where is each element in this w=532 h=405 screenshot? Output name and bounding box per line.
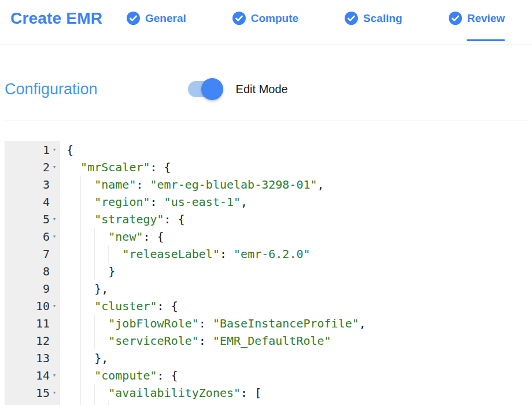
editor-line[interactable]: 6▾ "new": { [5, 228, 527, 245]
editor-line[interactable]: 8 } [5, 263, 527, 280]
tab-scaling-label: Scaling [363, 12, 402, 25]
code-line-text[interactable]: "strategy": { [60, 211, 185, 228]
code-line-text[interactable]: "availabilityZones": [ [60, 384, 261, 402]
line-number: 7 [43, 245, 50, 263]
gutter-cell: 13 [5, 349, 60, 367]
code-line-text[interactable]: }, [60, 349, 108, 367]
line-number: 6 [43, 228, 50, 245]
tab-review-label: Review [467, 12, 505, 25]
check-circle-icon [449, 12, 462, 25]
configuration-section-header: Configuration Edit Mode [0, 78, 532, 101]
section-divider [5, 120, 527, 120]
editor-line[interactable]: 4 "region": "us-east-1", [5, 193, 527, 211]
edit-mode-toggle[interactable] [188, 80, 221, 98]
code-line-text[interactable]: } [60, 263, 115, 280]
editor-line[interactable]: 7 "releaseLabel": "emr-6.2.0" [5, 245, 527, 263]
configuration-title: Configuration [5, 80, 98, 98]
code-line-text[interactable]: "jobFlowRole": "BaseInstanceProfile", [60, 315, 366, 332]
fold-arrow-icon[interactable]: ▾ [50, 384, 59, 402]
code-line-text[interactable]: "mrScaler": { [60, 159, 171, 176]
check-circle-icon [345, 12, 358, 25]
editor-line[interactable]: 16 { [5, 402, 527, 405]
line-number: 13 [36, 349, 50, 367]
active-tab-underline [467, 39, 505, 41]
check-circle-icon [232, 12, 246, 25]
code-line-text[interactable]: { [60, 141, 73, 159]
editor-line[interactable]: 3 "name": "emr-eg-bluelab-3298-01", [5, 176, 527, 193]
tab-review[interactable]: Review [449, 12, 505, 25]
gutter-cell: 9 [5, 280, 60, 297]
fold-arrow-icon[interactable]: ▾ [50, 159, 59, 176]
line-number: 16 [36, 402, 50, 405]
fold-arrow-icon[interactable]: ▾ [50, 367, 59, 384]
editor-line[interactable]: 13 }, [5, 349, 527, 367]
code-line-text[interactable]: "releaseLabel": "emr-6.2.0" [60, 245, 311, 263]
wizard-header: Create EMR General Compute Scaling [0, 0, 532, 45]
tab-scaling[interactable]: Scaling [345, 12, 402, 25]
tab-general[interactable]: General [127, 12, 186, 25]
page-title: Create EMR [10, 9, 127, 28]
line-number: 14 [36, 367, 50, 384]
code-line-text[interactable]: "new": { [60, 228, 164, 245]
line-number: 4 [43, 193, 50, 211]
editor-line[interactable]: 12 "serviceRole": "EMR_DefaultRole" [5, 332, 527, 349]
gutter-cell: 14▾ [5, 367, 60, 384]
tab-compute[interactable]: Compute [232, 12, 298, 25]
code-line-text[interactable]: "cluster": { [60, 297, 178, 315]
code-line-text[interactable]: "name": "emr-eg-bluelab-3298-01", [60, 176, 324, 193]
edit-mode-label: Edit Mode [236, 83, 288, 96]
editor-line[interactable]: 1▾{ [5, 141, 527, 159]
line-number: 10 [36, 297, 50, 315]
editor-line[interactable]: 9 }, [5, 280, 527, 297]
editor-line[interactable]: 14▾ "compute": { [5, 367, 527, 384]
code-line-text[interactable]: { [60, 402, 129, 405]
line-number: 1 [43, 141, 50, 159]
code-line-text[interactable]: "region": "us-east-1", [60, 193, 247, 211]
wizard-steps: General Compute Scaling Review [127, 12, 505, 25]
line-number: 12 [36, 332, 50, 349]
line-number: 8 [43, 263, 50, 280]
gutter-cell: 1▾ [5, 141, 60, 159]
line-number: 5 [43, 211, 50, 228]
gutter-cell: 2▾ [5, 159, 60, 176]
tab-compute-label: Compute [251, 12, 298, 25]
fold-arrow-icon[interactable]: ▾ [50, 297, 59, 315]
editor-line[interactable]: 2▾ "mrScaler": { [5, 159, 527, 176]
line-number: 11 [36, 315, 50, 332]
gutter-cell: 5▾ [5, 211, 60, 228]
gutter-cell: 6▾ [5, 228, 60, 245]
gutter-cell: 10▾ [5, 297, 60, 315]
gutter-cell: 3 [5, 176, 60, 193]
toggle-knob [201, 78, 223, 100]
check-circle-icon [127, 12, 140, 25]
line-number: 3 [43, 176, 50, 193]
line-number: 15 [36, 384, 50, 402]
editor-line[interactable]: 11 "jobFlowRole": "BaseInstanceProfile", [5, 315, 527, 332]
fold-arrow-icon[interactable]: ▾ [50, 141, 59, 159]
gutter-cell: 8 [5, 263, 60, 280]
gutter-cell: 7 [5, 245, 60, 263]
tab-general-label: General [145, 12, 186, 25]
gutter-cell: 4 [5, 193, 60, 211]
fold-arrow-icon[interactable]: ▾ [50, 228, 59, 245]
gutter-cell: 12 [5, 332, 60, 349]
code-line-text[interactable]: }, [60, 280, 108, 297]
editor-line[interactable]: 10▾ "cluster": { [5, 297, 527, 315]
code-line-text[interactable]: "serviceRole": "EMR_DefaultRole" [60, 332, 331, 349]
editor-line[interactable]: 5▾ "strategy": { [5, 211, 527, 228]
gutter-cell: 11 [5, 315, 60, 332]
code-line-text[interactable]: "compute": { [60, 367, 178, 384]
gutter-cell: 16 [5, 402, 60, 405]
gutter-cell: 15▾ [5, 384, 60, 402]
fold-arrow-icon[interactable]: ▾ [50, 211, 59, 228]
editor-line[interactable]: 15▾ "availabilityZones": [ [5, 384, 527, 402]
line-number: 9 [43, 280, 50, 297]
line-number: 2 [43, 159, 50, 176]
code-editor[interactable]: 1▾{2▾ "mrScaler": {3 "name": "emr-eg-blu… [5, 141, 527, 405]
